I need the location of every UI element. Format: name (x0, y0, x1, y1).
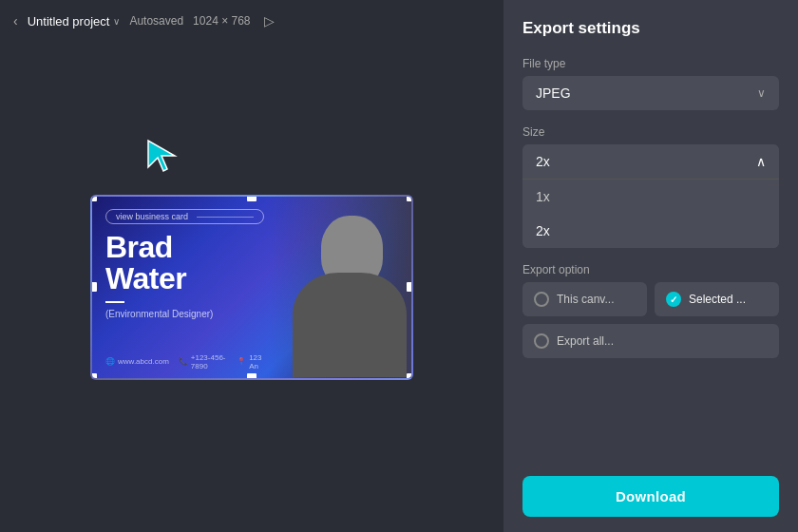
size-selected[interactable]: 2x ∧ (522, 144, 779, 179)
back-button[interactable]: ‹ (13, 13, 18, 28)
canvas-area: ‹ Untitled project ∨ Autosaved 1024 × 76… (0, 0, 504, 532)
card-phone: 📞 +123-456-7890 (179, 353, 227, 370)
project-title[interactable]: Untitled project ∨ (28, 14, 121, 28)
card-view-label: view business card (105, 209, 264, 224)
share-icon[interactable]: ▷ (264, 13, 275, 28)
card-divider (105, 301, 124, 303)
size-options-list: 1x 2x (522, 179, 779, 248)
file-type-chevron: ∨ (757, 86, 766, 100)
handle-top-right[interactable] (407, 195, 413, 201)
file-type-label: File type (522, 57, 779, 70)
panel-title: Export settings (522, 19, 779, 38)
selected-radio (666, 292, 681, 307)
size-label: Size (522, 125, 779, 139)
person-body (293, 273, 407, 377)
handle-top-mid[interactable] (247, 195, 256, 201)
card-content: view business card Brad Water (Environme… (105, 206, 264, 332)
export-option-section: Export option This canv... Selected ... … (522, 263, 779, 358)
this-canvas-button[interactable]: This canv... (522, 282, 647, 316)
resolution-label: 1024 × 768 (193, 14, 250, 28)
size-dropdown[interactable]: 2x ∧ 1x 2x (522, 144, 779, 248)
business-card: view business card Brad Water (Environme… (90, 195, 413, 380)
this-canvas-label: This canv... (557, 293, 614, 306)
canvas-workspace: view business card Brad Water (Environme… (0, 42, 504, 532)
download-button[interactable]: Download (522, 476, 779, 517)
handle-mid-left[interactable] (90, 282, 97, 292)
handle-top-left[interactable] (90, 195, 97, 201)
handle-mid-right[interactable] (407, 282, 413, 292)
card-line (197, 217, 254, 218)
file-type-value: JPEG (536, 86, 571, 101)
project-dropdown-arrow: ∨ (113, 16, 120, 27)
card-designer-title: (Environmental Designer) (105, 309, 264, 319)
handle-bottom-right[interactable] (407, 373, 413, 380)
cursor-pointer (142, 137, 180, 179)
export-all-radio (534, 333, 549, 349)
globe-icon: 🌐 (105, 357, 115, 366)
card-photo (269, 197, 411, 378)
phone-icon: 📞 (179, 357, 188, 366)
this-canvas-radio (534, 292, 549, 307)
size-section: Size 2x ∧ 1x 2x (522, 125, 779, 248)
export-options-grid: This canv... Selected ... (522, 282, 779, 316)
size-option-1x[interactable]: 1x (522, 180, 779, 214)
export-all-label: Export all... (557, 334, 614, 348)
card-name-line1: Brad (105, 232, 264, 264)
file-type-select[interactable]: JPEG ∨ (522, 76, 779, 110)
export-panel: Export settings File type JPEG ∨ Size 2x… (504, 0, 798, 532)
selected-button[interactable]: Selected ... (655, 282, 779, 316)
top-bar: ‹ Untitled project ∨ Autosaved 1024 × 76… (0, 0, 504, 42)
file-type-section: File type JPEG ∨ (522, 57, 779, 110)
export-option-label: Export option (522, 263, 779, 276)
card-address: 📍 123 An (237, 353, 264, 370)
size-option-2x[interactable]: 2x (522, 214, 779, 248)
card-name-line2: Water (105, 263, 264, 295)
export-all-button[interactable]: Export all... (522, 324, 779, 358)
card-website: 🌐 www.abcd.com (105, 353, 169, 370)
handle-bottom-left[interactable] (90, 373, 97, 380)
autosaved-label: Autosaved (129, 14, 183, 28)
size-value: 2x (536, 154, 550, 169)
location-icon: 📍 (237, 357, 246, 366)
size-chevron-up: ∧ (756, 154, 766, 169)
handle-bottom-mid[interactable] (247, 373, 256, 380)
card-footer: 🌐 www.abcd.com 📞 +123-456-7890 📍 123 An (105, 353, 264, 370)
svg-marker-0 (148, 141, 175, 171)
selected-label: Selected ... (689, 293, 746, 306)
